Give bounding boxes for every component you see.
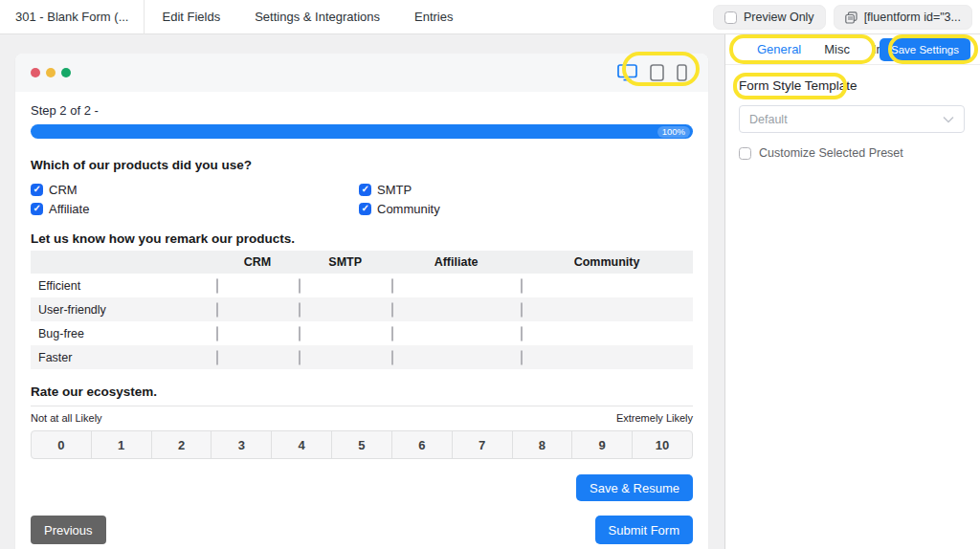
form-preview-area: Step 2 of 2 - 100% Which of our products… [0, 34, 724, 549]
products-options: CRM SMTP Affiliate Community [31, 180, 693, 218]
nps-0[interactable]: 0 [32, 431, 92, 458]
customize-preset-checkbox[interactable] [739, 147, 751, 160]
chevron-down-icon [943, 116, 954, 123]
customize-preset-label: Customize Selected Preset [759, 146, 903, 160]
userfriendly-crm-checkbox[interactable] [216, 302, 218, 318]
tablet-icon[interactable] [650, 64, 664, 81]
nps-6[interactable]: 6 [392, 431, 453, 458]
minimize-dot-icon [46, 68, 56, 77]
nps-10[interactable]: 10 [633, 431, 692, 458]
smtp-checkbox[interactable] [359, 184, 371, 196]
nav-edit-fields[interactable]: Edit Fields [162, 10, 220, 24]
nav-settings-integrations[interactable]: Settings & Integrations [255, 10, 380, 24]
desktop-icon[interactable] [617, 64, 637, 81]
browser-chrome-bar [15, 54, 708, 92]
nps-4[interactable]: 4 [272, 431, 332, 458]
bugfree-affiliate-checkbox[interactable] [391, 326, 393, 341]
shortcode-label: [fluentform id="3... [864, 11, 961, 24]
save-settings-button[interactable]: Save Settings [880, 38, 970, 61]
bugfree-smtp-checkbox[interactable] [299, 326, 301, 341]
grid-row-faster: Faster [31, 345, 693, 369]
nps-min-label: Not at all Likely [31, 412, 102, 424]
form-body: Step 2 of 2 - 100% Which of our products… [15, 92, 708, 549]
window-controls [31, 68, 71, 77]
style-template-value: Default [749, 113, 788, 126]
grid-row-efficient: Efficient [31, 274, 693, 297]
submit-form-button[interactable]: Submit Form [595, 516, 693, 544]
community-checkbox[interactable] [359, 203, 371, 215]
settings-tabs-row: General Misc Import Save Settings [725, 34, 980, 65]
preview-only-label: Preview Only [744, 11, 814, 24]
nps-2[interactable]: 2 [152, 431, 212, 458]
previous-button[interactable]: Previous [31, 516, 106, 544]
preview-only-toggle[interactable]: Preview Only [713, 5, 826, 30]
nps-9[interactable]: 9 [572, 431, 633, 458]
grid-survey-section: Let us know how you remark our products.… [31, 231, 693, 369]
preview-only-checkbox[interactable] [724, 11, 737, 24]
grid-row-user-friendly: User-friendly [31, 297, 693, 321]
faster-crm-checkbox[interactable] [216, 350, 218, 365]
grid-header-row: CRM SMTP Affiliate Community [31, 251, 693, 274]
products-question-section: Which of our products did you use? CRM S… [31, 158, 693, 218]
bugfree-crm-checkbox[interactable] [216, 326, 218, 341]
grid-survey-table: CRM SMTP Affiliate Community Efficient [31, 251, 693, 369]
faster-community-checkbox[interactable] [521, 350, 523, 365]
tab-general[interactable]: General [757, 42, 801, 56]
crm-checkbox[interactable] [31, 184, 43, 196]
products-question-label: Which of our products did you use? [31, 158, 693, 172]
customize-preset-row[interactable]: Customize Selected Preset [739, 146, 967, 160]
efficient-crm-checkbox[interactable] [216, 278, 218, 294]
nps-5[interactable]: 5 [332, 431, 392, 458]
mobile-icon[interactable] [677, 64, 687, 81]
nps-7[interactable]: 7 [453, 431, 513, 458]
nps-max-label: Extremely Likely [616, 412, 693, 424]
userfriendly-smtp-checkbox[interactable] [299, 302, 301, 318]
nav-entries[interactable]: Entries [414, 10, 453, 24]
settings-side-panel: General Misc Import Save Settings Form S… [724, 34, 980, 549]
option-crm[interactable]: CRM [31, 180, 359, 199]
userfriendly-affiliate-checkbox[interactable] [391, 302, 393, 318]
settings-panel-body: Form Style Template Default Customize Se… [725, 65, 980, 171]
faster-affiliate-checkbox[interactable] [391, 350, 393, 365]
close-dot-icon [31, 68, 40, 77]
nps-divider [31, 406, 693, 406]
efficient-community-checkbox[interactable] [521, 278, 523, 294]
style-template-select[interactable]: Default [739, 105, 965, 133]
option-smtp[interactable]: SMTP [359, 180, 693, 199]
top-navigation: Edit Fields Settings & Integrations Entr… [162, 10, 453, 24]
grid-row-bug-free: Bug-free [31, 321, 693, 345]
form-style-template-label: Form Style Template [739, 77, 858, 95]
nps-label: Rate our ecosystem. [31, 384, 693, 399]
userfriendly-community-checkbox[interactable] [521, 302, 523, 318]
copy-icon [845, 11, 858, 24]
nps-section: Rate our ecosystem. Not at all Likely Ex… [31, 384, 693, 459]
bugfree-community-checkbox[interactable] [521, 326, 523, 341]
option-community[interactable]: Community [359, 199, 693, 218]
top-bar: 301 - Blank Form (... Edit Fields Settin… [0, 0, 980, 34]
option-affiliate[interactable]: Affiliate [31, 199, 359, 218]
save-resume-button[interactable]: Save & Resume [576, 474, 693, 501]
tab-misc[interactable]: Misc [824, 42, 850, 56]
step-indicator: Step 2 of 2 - [31, 103, 693, 118]
device-preview-switcher [617, 54, 687, 92]
affiliate-checkbox[interactable] [31, 203, 43, 215]
browser-preview-window: Step 2 of 2 - 100% Which of our products… [15, 54, 708, 549]
form-title-tab[interactable]: 301 - Blank Form (... [0, 0, 145, 34]
efficient-smtp-checkbox[interactable] [299, 278, 301, 294]
nps-scale: 0 1 2 3 4 5 6 7 8 9 10 [31, 430, 693, 459]
shortcode-copy-button[interactable]: [fluentform id="3... [834, 5, 972, 30]
nps-8[interactable]: 8 [513, 431, 573, 458]
progress-percentage: 100% [657, 126, 690, 138]
progress-bar: 100% [31, 124, 693, 139]
faster-smtp-checkbox[interactable] [299, 350, 301, 365]
zoom-dot-icon [61, 68, 71, 77]
nps-3[interactable]: 3 [212, 431, 272, 458]
efficient-affiliate-checkbox[interactable] [391, 278, 393, 294]
grid-survey-label: Let us know how you remark our products. [31, 231, 693, 246]
nps-1[interactable]: 1 [92, 431, 152, 458]
